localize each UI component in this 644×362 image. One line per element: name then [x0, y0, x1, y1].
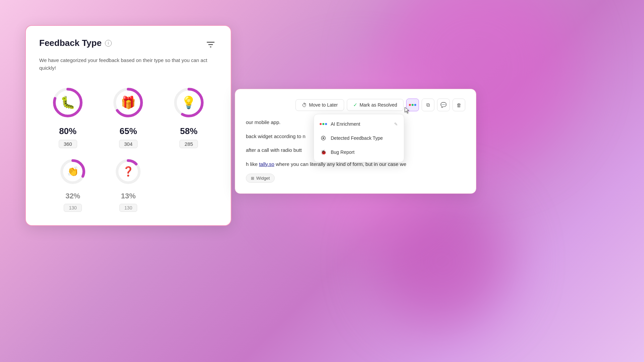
ai-dot-blue: [325, 123, 327, 125]
chart-item-bug: 🐛 80% 360: [39, 82, 96, 148]
ai-dot-red: [320, 123, 322, 125]
chart-grid: 🐛 80% 360 🎁 65% 304: [39, 82, 217, 212]
check-icon: ✓: [353, 102, 358, 108]
emoji-idea: 💡: [181, 97, 196, 109]
widget-icon: ⊞: [251, 176, 254, 181]
move-to-later-label: Move to Later: [309, 102, 338, 108]
move-to-later-button[interactable]: ⏱ Move to Later: [296, 99, 344, 111]
donut-unknown: ❓: [111, 155, 145, 188]
trash-icon: 🗑: [457, 102, 462, 108]
dropdown-item-bug[interactable]: 🐞 Bug Report: [314, 145, 404, 159]
delete-button[interactable]: 🗑: [452, 99, 465, 111]
chart-item-idea: 💡 58% 285: [160, 82, 217, 148]
emoji-gift: 🎁: [121, 97, 136, 109]
circle-icon: [320, 135, 327, 141]
chart-item-unknown: ❓ 13% 130: [100, 155, 157, 212]
move-icon: ⏱: [302, 102, 307, 108]
percent-unknown: 13%: [121, 192, 136, 200]
ai-dot-green: [322, 123, 324, 125]
emoji-clap: 👏: [67, 167, 79, 176]
chart-item-clap: 👏 32% 130: [39, 155, 96, 212]
filter-icon[interactable]: [204, 38, 217, 51]
count-unknown: 130: [119, 204, 137, 212]
donut-bug: 🐛: [48, 82, 88, 123]
info-icon[interactable]: i: [105, 40, 112, 47]
dot-green: [412, 104, 414, 106]
count-bug: 360: [59, 140, 77, 148]
emoji-unknown: ❓: [122, 167, 134, 176]
card-title-text: Feedback Type: [39, 38, 102, 48]
donut-gift: 🎁: [108, 82, 148, 123]
bug-report-label: Bug Report: [331, 149, 398, 155]
percent-gift: 65%: [119, 126, 137, 136]
card-description: We have categorized your feedback based …: [39, 57, 217, 72]
donut-clap: 👏: [56, 155, 90, 188]
detail-toolbar: ⏱ Move to Later ✓ Mark as Resolved ⧉ 💬 🗑: [246, 99, 465, 111]
dot-red: [409, 104, 411, 106]
count-gift: 304: [119, 140, 138, 148]
widget-label: Widget: [256, 176, 270, 181]
tally-link[interactable]: tally.so: [259, 161, 274, 167]
percent-bug: 80%: [59, 126, 76, 136]
count-clap: 130: [64, 204, 82, 212]
dropdown-menu: AI Enrichment ✎ Detected Feedback Type 🐞…: [314, 114, 404, 162]
bug-icon: 🐞: [320, 149, 327, 156]
dots-button[interactable]: [406, 99, 419, 111]
card-title: Feedback Type i: [39, 38, 112, 48]
mark-resolved-button[interactable]: ✓ Mark as Resolved: [347, 99, 404, 111]
dropdown-item-feedback-type[interactable]: Detected Feedback Type: [314, 131, 404, 145]
comment-icon: 💬: [440, 102, 447, 108]
comment-button[interactable]: 💬: [437, 99, 450, 111]
percent-idea: 58%: [180, 126, 198, 136]
edit-icon: ✎: [394, 122, 398, 127]
percent-clap: 32%: [65, 192, 80, 200]
chart-item-gift: 🎁 65% 304: [100, 82, 157, 148]
dot-blue: [414, 104, 416, 106]
ai-icon: [320, 121, 327, 127]
feedback-type-card: Feedback Type i We have categorized your…: [25, 25, 231, 226]
widget-tag[interactable]: ⊞ Widget: [246, 174, 275, 183]
svg-point-11: [323, 137, 324, 139]
detected-feedback-type-label: Detected Feedback Type: [331, 135, 398, 141]
ai-enrichment-label: AI Enrichment: [331, 121, 390, 127]
copy-icon: ⧉: [426, 102, 430, 108]
dots-icon: [409, 104, 416, 106]
mark-resolved-label: Mark as Resolved: [360, 102, 397, 108]
card-header: Feedback Type i: [39, 38, 217, 51]
emoji-bug: 🐛: [60, 97, 75, 109]
copy-button[interactable]: ⧉: [422, 99, 434, 111]
dropdown-item-ai[interactable]: AI Enrichment ✎: [314, 117, 404, 131]
count-idea: 285: [179, 140, 198, 148]
donut-idea: 💡: [169, 82, 209, 123]
